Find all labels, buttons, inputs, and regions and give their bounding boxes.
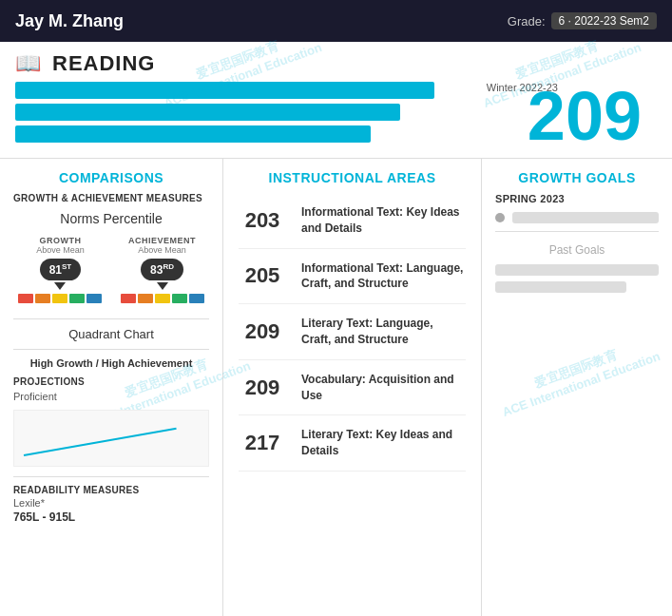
- growth-achievement-label: GROWTH & ACHIEVEMENT MEASURES: [13, 193, 209, 203]
- score-bar-1: [15, 82, 434, 99]
- norms-title: Norms Percentile: [13, 211, 209, 226]
- ia-row-2: 205 Informational Text: Language, Craft,…: [239, 249, 466, 305]
- comparisons-title: COMPARISONS: [13, 170, 209, 185]
- cb-blue-2: [189, 294, 204, 303]
- comparisons-column: COMPARISONS GROWTH & ACHIEVEMENT MEASURE…: [0, 159, 223, 616]
- app-header: Jay M. Zhang Grade: 6 · 2022-23 Sem2: [0, 0, 672, 42]
- projections-chart: [13, 410, 209, 467]
- ia-label-2: Informational Text: Language, Craft, and…: [301, 260, 466, 293]
- ia-score-1: 203: [239, 208, 286, 233]
- goal-item-1: [495, 212, 659, 223]
- ia-row-1: 203 Informational Text: Key Ideas and De…: [239, 193, 466, 249]
- divider-3: [13, 476, 209, 477]
- growth-goals-title: GROWTH GOALS: [495, 170, 659, 185]
- divider-1: [13, 318, 209, 319]
- achievement-sub: Above Mean: [138, 245, 186, 255]
- divider-2: [13, 349, 209, 350]
- readability-range: 765L - 915L: [13, 510, 209, 524]
- growth-label: GROWTH: [39, 236, 81, 245]
- readability-name: Lexile*: [13, 497, 209, 509]
- grade-value: 6 · 2022-23 Sem2: [551, 12, 657, 29]
- cb-green: [69, 294, 85, 303]
- instructional-title: INSTRUCTIONAL AREAS: [239, 170, 466, 185]
- spring-label: SPRING 2023: [495, 193, 659, 204]
- achievement-label: ACHIEVEMENT: [128, 236, 196, 245]
- cb-orange-2: [138, 294, 153, 303]
- score-bar-3: [15, 125, 371, 143]
- achievement-badge: 83RD: [141, 259, 183, 280]
- norms-row: GROWTH Above Mean 81ST ACHIEVEMENT Above…: [13, 236, 209, 311]
- main-content: COMPARISONS GROWTH & ACHIEVEMENT MEASURE…: [0, 158, 672, 616]
- past-goals-label: Past Goals: [495, 243, 659, 257]
- ia-score-5: 217: [239, 431, 286, 455]
- quadrant-title: Quadrant Chart: [13, 327, 209, 341]
- growth-sub: Above Mean: [36, 245, 85, 255]
- proj-line: [24, 428, 177, 456]
- cb-yellow: [52, 294, 67, 303]
- ia-score-3: 209: [239, 319, 286, 344]
- growth-badge: 81ST: [40, 259, 82, 280]
- cb-red-2: [121, 294, 136, 303]
- cb-green-2: [172, 294, 187, 303]
- reading-icon: 📖: [15, 51, 41, 76]
- projections-value: Proficient: [13, 391, 209, 402]
- growth-divider: [495, 231, 659, 232]
- past-goal-bar-2: [495, 281, 626, 293]
- reading-header: 📖 READING: [0, 42, 672, 82]
- growth-col: GROWTH Above Mean 81ST: [13, 236, 107, 311]
- projections-label: PROJECTIONS: [13, 376, 209, 387]
- ia-label-3: Literary Text: Language, Craft, and Stru…: [301, 316, 466, 348]
- cb-red: [18, 294, 33, 303]
- ia-label-4: Vocabulary: Acquisition and Use: [301, 372, 466, 404]
- ia-label-1: Informational Text: Key Ideas and Detail…: [301, 204, 466, 237]
- ia-label-5: Literary Text: Key Ideas and Details: [301, 427, 466, 459]
- instructional-column: INSTRUCTIONAL AREAS 203 Informational Te…: [223, 159, 482, 616]
- score-bar-2: [15, 104, 400, 121]
- past-goal-bar-1: [495, 264, 659, 276]
- score-area: Winter 2022-23 209: [0, 82, 672, 150]
- readability-label: READABILITY MEASURES: [13, 485, 209, 495]
- reading-title: READING: [52, 51, 155, 76]
- growth-goals-column: GROWTH GOALS SPRING 2023 Past Goals: [482, 159, 672, 616]
- ia-row-3: 209 Literary Text: Language, Craft, and …: [239, 304, 466, 360]
- achievement-arrow: [157, 282, 168, 290]
- cb-orange: [35, 294, 50, 303]
- growth-arrow: [54, 282, 66, 290]
- cb-blue: [86, 294, 102, 303]
- quadrant-label: High Growth / High Achievement: [13, 357, 209, 369]
- ia-score-2: 205: [239, 263, 286, 288]
- score-bars: Winter 2022-23: [15, 82, 528, 143]
- cb-yellow-2: [155, 294, 170, 303]
- goal-dot-1: [495, 213, 505, 222]
- achievement-col: ACHIEVEMENT Above Mean 83RD: [115, 236, 209, 311]
- season-label: Winter 2022-23: [487, 82, 558, 93]
- grade-label: Grade:: [508, 14, 546, 29]
- growth-color-blocks: [18, 294, 102, 303]
- achievement-color-blocks: [121, 294, 204, 303]
- student-name: Jay M. Zhang: [15, 11, 124, 31]
- ia-row-4: 209 Vocabulary: Acquisition and Use: [239, 360, 466, 416]
- grade-info: Grade: 6 · 2022-23 Sem2: [508, 12, 657, 29]
- ia-row-5: 217 Literary Text: Key Ideas and Details: [239, 415, 466, 472]
- goal-bar-1: [512, 212, 659, 223]
- ia-score-4: 209: [239, 375, 286, 400]
